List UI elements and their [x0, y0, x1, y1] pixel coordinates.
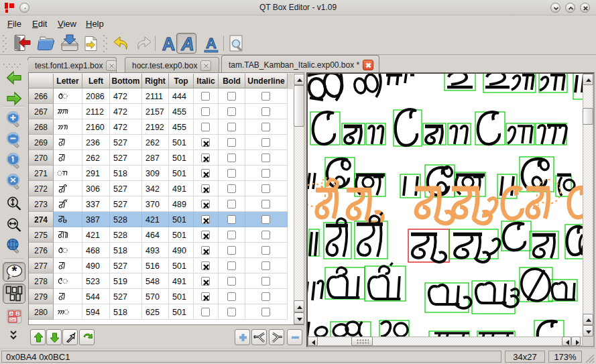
svg-text:A: A [162, 34, 176, 54]
svg-text:*: * [12, 263, 17, 278]
svg-text:Z: Z [17, 312, 19, 316]
svg-text:A: A [10, 312, 13, 316]
svg-text:A: A [180, 34, 194, 54]
svg-text:A: A [206, 35, 217, 52]
svg-text:Ctrl: Ctrl [10, 318, 16, 322]
